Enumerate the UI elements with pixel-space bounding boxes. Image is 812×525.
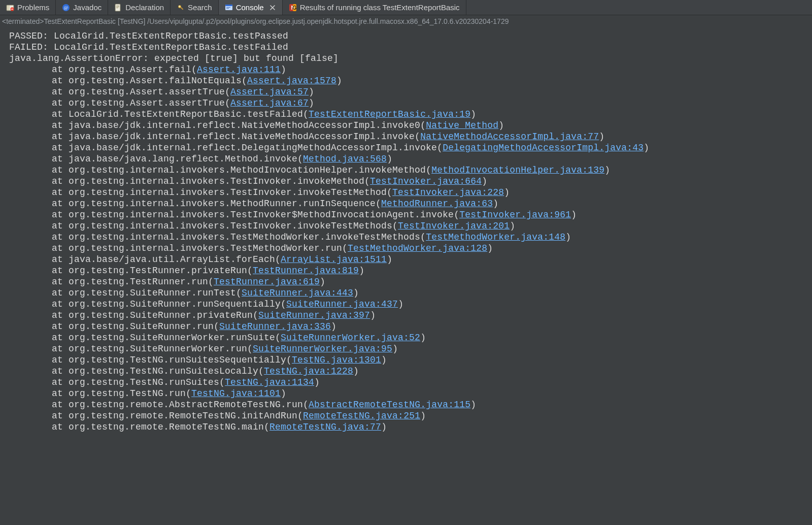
source-link[interactable]: TestNG.java:1134 xyxy=(225,377,314,387)
source-link[interactable]: Method.java:568 xyxy=(303,154,387,164)
source-link[interactable]: TestExtentReportBasic.java:19 xyxy=(309,109,470,119)
tab-console[interactable]: Console xyxy=(219,0,283,15)
source-link[interactable]: SuiteRunner.java:443 xyxy=(242,288,353,298)
stack-pre: at org.testng.SuiteRunner.runSequentiall… xyxy=(52,299,286,309)
source-link[interactable]: TestInvoker.java:228 xyxy=(392,187,504,198)
stack-frame: at org.testng.internal.invokers.TestInvo… xyxy=(9,176,807,187)
source-link[interactable]: Assert.java:1578 xyxy=(247,76,336,86)
source-link[interactable]: TestNG.java:1101 xyxy=(191,388,281,399)
stack-post: ) xyxy=(420,333,426,343)
stack-pre: at org.testng.SuiteRunner.runTest( xyxy=(52,288,242,298)
stack-post: ) xyxy=(504,187,510,198)
stack-pre: at org.testng.SuiteRunner.privateRun( xyxy=(52,310,258,320)
stack-frame: at org.testng.TestNG.runSuitesSequential… xyxy=(9,354,807,366)
source-link[interactable]: RemoteTestNG.java:77 xyxy=(269,422,381,432)
stack-frame: at org.testng.Assert.failNotEquals(Asser… xyxy=(9,75,807,86)
source-link[interactable]: SuiteRunnerWorker.java:95 xyxy=(253,344,392,354)
source-link[interactable]: TestNG.java:1301 xyxy=(292,355,381,365)
source-link[interactable]: TestInvoker.java:961 xyxy=(459,210,571,220)
stack-pre: at org.testng.Assert.failNotEquals( xyxy=(52,76,247,86)
tab-label: Javadoc xyxy=(73,3,101,12)
source-link[interactable]: SuiteRunnerWorker.java:52 xyxy=(281,333,420,343)
svg-rect-15 xyxy=(226,7,230,8)
source-link[interactable]: Native Method xyxy=(426,120,498,130)
declaration-icon xyxy=(114,4,122,12)
stack-pre: at org.testng.internal.invokers.MethodIn… xyxy=(52,165,431,175)
stack-frame: at org.testng.SuiteRunner.privateRun(Sui… xyxy=(9,310,807,321)
stack-pre: at org.testng.remote.RemoteTestNG.initAn… xyxy=(52,411,303,421)
stack-frame: at org.testng.remote.RemoteTestNG.initAn… xyxy=(9,410,807,421)
stack-frame: at org.testng.Assert.fail(Assert.java:11… xyxy=(9,64,807,75)
stack-pre: at org.testng.internal.invokers.MethodRu… xyxy=(52,199,381,209)
stack-post: ) xyxy=(281,64,286,75)
source-link[interactable]: SuiteRunner.java:437 xyxy=(286,299,398,309)
source-link[interactable]: MethodRunner.java:63 xyxy=(381,199,493,209)
console-line: java.lang.AssertionError: expected [true… xyxy=(9,53,807,64)
console-icon xyxy=(225,4,233,12)
stack-pre: at java.base/jdk.internal.reflect.Native… xyxy=(52,120,426,130)
stack-frame: at org.testng.TestNG.runSuites(TestNG.ja… xyxy=(9,377,807,388)
stack-frame: at org.testng.internal.invokers.TestInvo… xyxy=(9,220,807,232)
testng-icon: NG xyxy=(289,4,297,12)
stack-post: ) xyxy=(510,221,515,231)
stack-frame: at org.testng.internal.invokers.TestInvo… xyxy=(9,187,807,198)
source-link[interactable]: DelegatingMethodAccessorImpl.java:43 xyxy=(443,143,644,153)
source-link[interactable]: ArrayList.java:1511 xyxy=(281,254,387,265)
tab-problems[interactable]: Problems xyxy=(0,0,56,15)
stack-post: ) xyxy=(331,321,336,332)
stack-post: ) xyxy=(353,366,359,376)
stack-pre: at org.testng.remote.AbstractRemoteTestN… xyxy=(52,400,309,410)
source-link[interactable]: SuiteRunner.java:397 xyxy=(258,310,370,320)
stack-post: ) xyxy=(487,243,493,253)
source-link[interactable]: AbstractRemoteTestNG.java:115 xyxy=(309,400,470,410)
stack-pre: at org.testng.SuiteRunnerWorker.runSuite… xyxy=(52,333,281,343)
launch-path: TestExtentReportBasic [TestNG] /Users/vi… xyxy=(44,17,509,25)
source-link[interactable]: TestRunner.java:819 xyxy=(253,266,359,276)
source-link[interactable]: NativeMethodAccessorImpl.java:77 xyxy=(420,132,599,142)
close-icon[interactable] xyxy=(269,4,276,11)
source-link[interactable]: TestMethodWorker.java:128 xyxy=(348,243,487,253)
stack-post: ) xyxy=(420,411,426,421)
source-link[interactable]: TestInvoker.java:201 xyxy=(398,221,510,231)
source-link[interactable]: MethodInvocationHelper.java:139 xyxy=(431,165,604,175)
stack-pre: at org.testng.TestNG.runSuitesSequential… xyxy=(52,355,292,365)
stack-pre: at org.testng.internal.invokers.TestInvo… xyxy=(52,187,392,198)
source-link[interactable]: TestNG.java:1228 xyxy=(264,366,353,376)
source-link[interactable]: TestMethodWorker.java:148 xyxy=(426,232,565,242)
stack-frame: at org.testng.SuiteRunner.runTest(SuiteR… xyxy=(9,287,807,299)
source-link[interactable]: Assert.java:57 xyxy=(230,87,309,97)
stack-post: ) xyxy=(309,98,314,108)
stack-post: ) xyxy=(470,400,476,410)
stack-frame: at org.testng.TestNG.run(TestNG.java:110… xyxy=(9,388,807,399)
stack-pre: at LocalGrid.TestExtentReportBasic.testF… xyxy=(52,109,309,119)
stack-pre: at java.base/jdk.internal.reflect.Native… xyxy=(52,132,420,142)
stack-pre: at java.base/jdk.internal.reflect.Delega… xyxy=(52,143,443,153)
stack-frame: at org.testng.internal.invokers.TestMeth… xyxy=(9,232,807,243)
source-link[interactable]: Assert.java:67 xyxy=(230,98,309,108)
stack-pre: at java.base/java.util.ArrayList.forEach… xyxy=(52,254,281,265)
tab-results[interactable]: NGResults of running class TestExtentRep… xyxy=(283,0,466,15)
tab-label: Console xyxy=(236,3,264,12)
stack-post: ) xyxy=(644,143,649,153)
tab-javadoc[interactable]: @Javadoc xyxy=(56,0,108,15)
source-link[interactable]: TestRunner.java:619 xyxy=(214,277,320,287)
source-link[interactable]: RemoteTestNG.java:251 xyxy=(303,411,420,421)
stack-post: ) xyxy=(381,355,387,365)
source-link[interactable]: Assert.java:111 xyxy=(197,64,281,75)
tab-search[interactable]: Search xyxy=(171,0,219,15)
source-link[interactable]: SuiteRunner.java:336 xyxy=(219,321,331,332)
launch-status-line: <terminated> TestExtentReportBasic [Test… xyxy=(0,15,812,27)
source-link[interactable]: TestInvoker.java:664 xyxy=(370,176,482,186)
stack-frame: at org.testng.internal.invokers.MethodIn… xyxy=(9,165,807,176)
stack-pre: at org.testng.internal.invokers.TestMeth… xyxy=(52,232,426,242)
stack-post: ) xyxy=(353,288,359,298)
svg-text:@: @ xyxy=(64,5,68,10)
stack-post: ) xyxy=(281,388,286,399)
stack-post: ) xyxy=(599,132,604,142)
tab-declaration[interactable]: Declaration xyxy=(108,0,171,15)
stack-pre: at org.testng.internal.invokers.TestInvo… xyxy=(52,221,398,231)
stack-frame: at org.testng.Assert.assertTrue(Assert.j… xyxy=(9,97,807,109)
stack-post: ) xyxy=(314,377,320,387)
stack-frame: at java.base/jdk.internal.reflect.Delega… xyxy=(9,142,807,153)
svg-rect-9 xyxy=(116,8,118,8)
